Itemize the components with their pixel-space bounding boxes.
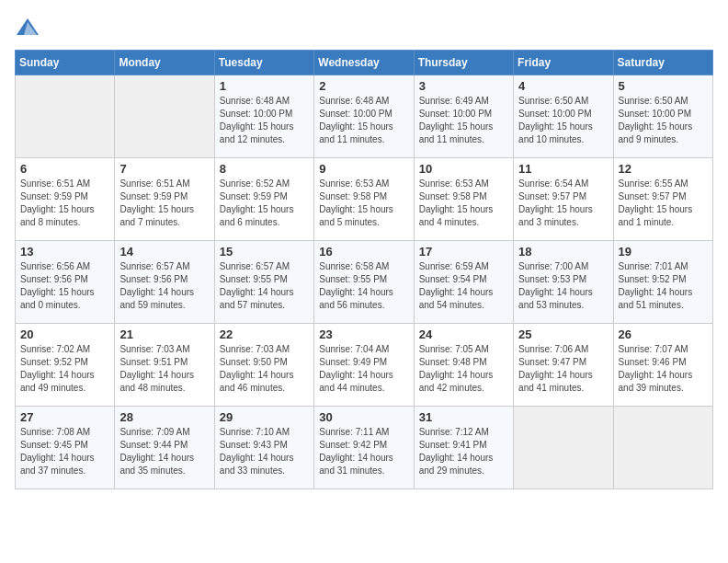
day-info: Sunrise: 7:03 AM Sunset: 9:50 PM Dayligh… — [220, 343, 309, 395]
calendar-cell: 29Sunrise: 7:10 AM Sunset: 9:43 PM Dayli… — [214, 407, 313, 489]
calendar-cell: 2Sunrise: 6:48 AM Sunset: 10:00 PM Dayli… — [314, 75, 414, 158]
day-number: 8 — [220, 162, 309, 176]
page-header — [15, 15, 713, 40]
calendar-cell: 3Sunrise: 6:49 AM Sunset: 10:00 PM Dayli… — [414, 75, 513, 158]
week-row-1: 1Sunrise: 6:48 AM Sunset: 10:00 PM Dayli… — [16, 75, 713, 158]
day-number: 29 — [220, 410, 309, 424]
calendar-cell: 28Sunrise: 7:09 AM Sunset: 9:44 PM Dayli… — [115, 407, 214, 489]
week-row-2: 6Sunrise: 6:51 AM Sunset: 9:59 PM Daylig… — [16, 158, 713, 241]
calendar-cell: 9Sunrise: 6:53 AM Sunset: 9:58 PM Daylig… — [314, 158, 414, 241]
day-info: Sunrise: 7:09 AM Sunset: 9:44 PM Dayligh… — [119, 426, 209, 477]
day-info: Sunrise: 6:56 AM Sunset: 9:56 PM Dayligh… — [20, 260, 109, 312]
calendar-cell: 14Sunrise: 6:57 AM Sunset: 9:56 PM Dayli… — [115, 241, 214, 324]
calendar-cell: 22Sunrise: 7:03 AM Sunset: 9:50 PM Dayli… — [214, 324, 313, 407]
calendar-cell — [514, 407, 613, 489]
day-number: 6 — [20, 162, 109, 176]
calendar-cell: 13Sunrise: 6:56 AM Sunset: 9:56 PM Dayli… — [16, 241, 115, 324]
calendar-cell: 4Sunrise: 6:50 AM Sunset: 10:00 PM Dayli… — [514, 75, 613, 158]
calendar-cell: 26Sunrise: 7:07 AM Sunset: 9:46 PM Dayli… — [613, 324, 712, 407]
day-number: 19 — [619, 245, 708, 259]
day-info: Sunrise: 6:57 AM Sunset: 9:56 PM Dayligh… — [119, 260, 209, 312]
calendar-cell: 1Sunrise: 6:48 AM Sunset: 10:00 PM Dayli… — [214, 75, 313, 158]
day-info: Sunrise: 7:01 AM Sunset: 9:52 PM Dayligh… — [619, 260, 708, 312]
day-info: Sunrise: 6:55 AM Sunset: 9:57 PM Dayligh… — [619, 178, 708, 229]
day-info: Sunrise: 7:11 AM Sunset: 9:42 PM Dayligh… — [319, 426, 408, 477]
day-number: 22 — [220, 327, 309, 341]
calendar-cell: 25Sunrise: 7:06 AM Sunset: 9:47 PM Dayli… — [514, 324, 613, 407]
day-number: 15 — [220, 245, 309, 259]
day-number: 11 — [518, 162, 608, 176]
day-info: Sunrise: 7:04 AM Sunset: 9:49 PM Dayligh… — [319, 343, 408, 395]
day-info: Sunrise: 6:48 AM Sunset: 10:00 PM Daylig… — [319, 95, 408, 146]
calendar-cell: 12Sunrise: 6:55 AM Sunset: 9:57 PM Dayli… — [613, 158, 712, 241]
day-number: 18 — [518, 245, 608, 259]
day-info: Sunrise: 6:58 AM Sunset: 9:55 PM Dayligh… — [319, 260, 408, 312]
day-number: 25 — [518, 327, 608, 341]
calendar-cell: 19Sunrise: 7:01 AM Sunset: 9:52 PM Dayli… — [613, 241, 712, 324]
day-number: 16 — [319, 245, 408, 259]
day-info: Sunrise: 7:03 AM Sunset: 9:51 PM Dayligh… — [119, 343, 209, 395]
calendar-cell: 21Sunrise: 7:03 AM Sunset: 9:51 PM Dayli… — [115, 324, 214, 407]
weekday-saturday: Saturday — [613, 51, 712, 75]
calendar-cell — [613, 407, 712, 489]
week-row-4: 20Sunrise: 7:02 AM Sunset: 9:52 PM Dayli… — [16, 324, 713, 407]
day-number: 17 — [419, 245, 508, 259]
weekday-friday: Friday — [514, 51, 613, 75]
calendar-cell: 10Sunrise: 6:53 AM Sunset: 9:58 PM Dayli… — [414, 158, 513, 241]
calendar-cell: 7Sunrise: 6:51 AM Sunset: 9:59 PM Daylig… — [115, 158, 214, 241]
day-info: Sunrise: 7:02 AM Sunset: 9:52 PM Dayligh… — [20, 343, 109, 395]
calendar-cell: 24Sunrise: 7:05 AM Sunset: 9:48 PM Dayli… — [414, 324, 513, 407]
weekday-monday: Monday — [115, 51, 214, 75]
day-number: 4 — [518, 79, 608, 93]
day-info: Sunrise: 6:51 AM Sunset: 9:59 PM Dayligh… — [119, 178, 209, 229]
day-info: Sunrise: 7:08 AM Sunset: 9:45 PM Dayligh… — [20, 426, 109, 477]
day-info: Sunrise: 6:53 AM Sunset: 9:58 PM Dayligh… — [319, 178, 408, 229]
week-row-3: 13Sunrise: 6:56 AM Sunset: 9:56 PM Dayli… — [16, 241, 713, 324]
calendar-cell: 31Sunrise: 7:12 AM Sunset: 9:41 PM Dayli… — [414, 407, 513, 489]
calendar-cell — [16, 75, 115, 158]
calendar-cell: 11Sunrise: 6:54 AM Sunset: 9:57 PM Dayli… — [514, 158, 613, 241]
day-info: Sunrise: 6:51 AM Sunset: 9:59 PM Dayligh… — [20, 178, 109, 229]
weekday-sunday: Sunday — [16, 51, 115, 75]
calendar-cell: 30Sunrise: 7:11 AM Sunset: 9:42 PM Dayli… — [314, 407, 414, 489]
calendar-cell: 15Sunrise: 6:57 AM Sunset: 9:55 PM Dayli… — [214, 241, 313, 324]
day-number: 28 — [119, 410, 209, 424]
week-row-5: 27Sunrise: 7:08 AM Sunset: 9:45 PM Dayli… — [16, 407, 713, 489]
day-number: 3 — [419, 79, 508, 93]
day-number: 5 — [619, 79, 708, 93]
calendar-cell: 8Sunrise: 6:52 AM Sunset: 9:59 PM Daylig… — [214, 158, 313, 241]
calendar-header: SundayMondayTuesdayWednesdayThursdayFrid… — [16, 51, 713, 75]
calendar-cell: 5Sunrise: 6:50 AM Sunset: 10:00 PM Dayli… — [613, 75, 712, 158]
day-info: Sunrise: 6:53 AM Sunset: 9:58 PM Dayligh… — [419, 178, 508, 229]
day-info: Sunrise: 6:54 AM Sunset: 9:57 PM Dayligh… — [518, 178, 608, 229]
calendar-cell: 18Sunrise: 7:00 AM Sunset: 9:53 PM Dayli… — [514, 241, 613, 324]
day-info: Sunrise: 6:50 AM Sunset: 10:00 PM Daylig… — [518, 95, 608, 146]
day-number: 7 — [119, 162, 209, 176]
calendar-body: 1Sunrise: 6:48 AM Sunset: 10:00 PM Dayli… — [16, 75, 713, 489]
calendar-cell: 16Sunrise: 6:58 AM Sunset: 9:55 PM Dayli… — [314, 241, 414, 324]
calendar-cell: 17Sunrise: 6:59 AM Sunset: 9:54 PM Dayli… — [414, 241, 513, 324]
day-number: 14 — [119, 245, 209, 259]
day-info: Sunrise: 6:59 AM Sunset: 9:54 PM Dayligh… — [419, 260, 508, 312]
day-number: 20 — [20, 327, 109, 341]
logo-icon — [15, 15, 40, 40]
day-info: Sunrise: 7:07 AM Sunset: 9:46 PM Dayligh… — [619, 343, 708, 395]
weekday-wednesday: Wednesday — [314, 51, 414, 75]
day-number: 27 — [20, 410, 109, 424]
day-number: 21 — [119, 327, 209, 341]
day-number: 12 — [619, 162, 708, 176]
weekday-tuesday: Tuesday — [214, 51, 313, 75]
day-number: 2 — [319, 79, 408, 93]
calendar-table: SundayMondayTuesdayWednesdayThursdayFrid… — [15, 50, 713, 489]
calendar-cell: 27Sunrise: 7:08 AM Sunset: 9:45 PM Dayli… — [16, 407, 115, 489]
weekday-header-row: SundayMondayTuesdayWednesdayThursdayFrid… — [16, 51, 713, 75]
day-number: 10 — [419, 162, 508, 176]
calendar-cell: 20Sunrise: 7:02 AM Sunset: 9:52 PM Dayli… — [16, 324, 115, 407]
day-number: 13 — [20, 245, 109, 259]
day-number: 1 — [220, 79, 309, 93]
logo — [15, 15, 44, 40]
day-number: 31 — [419, 410, 508, 424]
day-info: Sunrise: 6:49 AM Sunset: 10:00 PM Daylig… — [419, 95, 508, 146]
day-number: 24 — [419, 327, 508, 341]
day-info: Sunrise: 6:48 AM Sunset: 10:00 PM Daylig… — [220, 95, 309, 146]
